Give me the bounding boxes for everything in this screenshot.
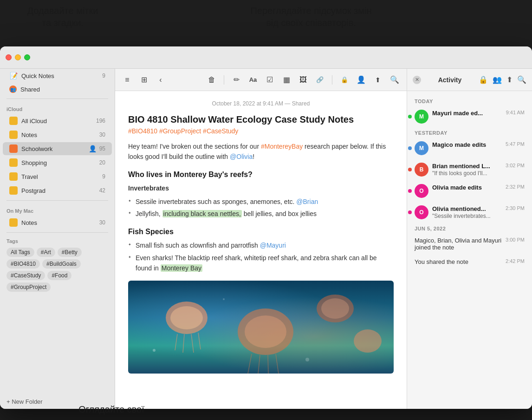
tag-groupproject[interactable]: #GroupProject [6, 282, 51, 292]
schoolwork-count: 95 [99, 145, 105, 152]
folder-icon [9, 131, 18, 139]
jun5-group: JUN 5, 2022 [407, 223, 532, 233]
folder-icon [9, 144, 18, 153]
avatar-mayuri: M [415, 110, 428, 124]
avatar-olivia-edits: O [415, 184, 428, 198]
toolbar-sep-1 [224, 75, 224, 85]
mac-label: On My Mac [0, 203, 115, 216]
search-icon[interactable]: 🔍 [517, 75, 526, 84]
activity-item-olivia-edits[interactable]: O Olivia made edits 2:32 PM [407, 180, 532, 202]
tentacle-4 [198, 333, 201, 349]
sidebar-item-shared[interactable]: 👥 Shared [3, 83, 112, 95]
shared-label: Shared [20, 86, 105, 93]
brian-time: 3:02 PM [506, 163, 525, 168]
maximize-button[interactable] [24, 54, 30, 60]
search-button[interactable]: 🔍 [388, 73, 401, 86]
compose-button[interactable]: ✏ [230, 73, 243, 86]
people-icon[interactable]: 👥 [493, 75, 502, 84]
indicator-magico [408, 146, 412, 150]
indicator-olivia-mention [408, 210, 412, 214]
activity-item-brian[interactable]: B Brian mentioned L... "If this looks go… [407, 159, 532, 180]
annotation-top-center: Переглядайте підсумок змінвід своїх спів… [223, 5, 399, 29]
table-button[interactable]: ▦ [280, 73, 293, 86]
media-button[interactable]: 🖼 [297, 73, 310, 86]
travel-count: 9 [102, 173, 105, 180]
collab-button[interactable]: 👤 [355, 73, 368, 86]
magico-name: Magico made edits [432, 141, 502, 148]
particle-1 [153, 349, 156, 352]
tentacle-8 [276, 354, 279, 374]
note-body: Hey team! I've broken out the sections f… [128, 141, 394, 374]
folder-icon [9, 218, 18, 227]
magico-activity-text: Magico made edits [432, 141, 502, 148]
jellyfish-background [128, 281, 394, 374]
list-view-button[interactable]: ≡ [121, 73, 134, 86]
checklist-button[interactable]: ☑ [263, 73, 276, 86]
activity-item-shared[interactable]: You shared the note 2:42 PM [407, 255, 532, 269]
tag-bio4810[interactable]: #BIO4810 [6, 259, 40, 269]
schoolwork-badge: 👤 [89, 145, 97, 152]
postgrad-label: Postgrad [21, 187, 96, 194]
travel-label: Travel [21, 173, 98, 180]
activity-item-mayuri[interactable]: M Mayuri made ed... 9:41 AM [407, 106, 532, 127]
note-date: October 18, 2022 at 9:41 AM — Shared [128, 100, 394, 107]
back-button[interactable]: ‹ [154, 73, 167, 86]
avatar-olivia-mention: O [415, 205, 428, 219]
mayuri-name: Mayuri made ed... [432, 110, 502, 117]
share-button[interactable]: ⬆ [371, 73, 384, 86]
lock-icon[interactable]: 🔒 [479, 75, 488, 84]
activity-item-joined[interactable]: Magico, Brian, Olivia and Mayuri joined … [407, 233, 532, 255]
tag-buildgoals[interactable]: #BuildGoals [42, 259, 81, 269]
sidebar-item-postgrad[interactable]: Postgrad 42 [3, 184, 112, 197]
tag-food[interactable]: #Food [47, 271, 71, 280]
activity-panel: ✕ Activity 🔒 👥 ⬆ 🔍 TODAY M [407, 69, 532, 409]
tag-betty[interactable]: #Betty [58, 248, 82, 257]
sidebar-item-notes-mac[interactable]: Notes 30 [3, 216, 112, 229]
brian-quote: "If this looks good I'll... [432, 170, 502, 177]
sidebar-item-shopping[interactable]: Shopping 20 [3, 156, 112, 169]
olivia-edits-text: Olivia made edits [432, 184, 502, 191]
activity-item-magico[interactable]: M Magico made edits 5:47 PM [407, 138, 532, 159]
joined-text: Magico, Brian, Olivia and Mayuri joined … [415, 237, 502, 251]
annotation-bottom: Оглядайте свої [65, 403, 158, 415]
activity-title: Activity [425, 76, 475, 84]
highlight-nettles: including black sea nettles, [162, 210, 242, 217]
grid-view-button[interactable]: ⊞ [137, 73, 150, 86]
activity-toolbar-icons: 🔒 👥 ⬆ 🔍 [479, 75, 526, 84]
jellyfish-svg [128, 281, 394, 374]
lock-button[interactable]: 🔒 [338, 73, 351, 86]
bullet-item-4: Even sharks! The blacktip reef shark, wh… [128, 253, 394, 274]
link-button[interactable]: 🔗 [313, 73, 326, 86]
tag-art[interactable]: #Art [37, 248, 55, 257]
sidebar-item-schoolwork[interactable]: Schoolwork 👤 95 [3, 142, 112, 155]
sidebar-item-quick-notes[interactable]: 📝 Quick Notes 9 [3, 69, 112, 82]
quick-notes-label: Quick Notes [21, 72, 98, 79]
today-label: TODAY [415, 98, 525, 104]
format-button[interactable]: Aa [247, 73, 260, 86]
brian-name: Brian mentioned L... [432, 163, 502, 170]
delete-button[interactable]: 🗑 [205, 73, 218, 86]
icloud-label: iCloud [0, 102, 115, 114]
main-window: 📝 Quick Notes 9 👥 Shared iCloud All iClo… [0, 46, 532, 409]
sidebar-item-notes-icloud[interactable]: Notes 30 [3, 128, 112, 141]
upload-icon[interactable]: ⬆ [506, 75, 513, 84]
all-icloud-label: All iCloud [21, 118, 92, 125]
tag-all-tags[interactable]: All Tags [6, 248, 34, 257]
notes-icloud-label: Notes [21, 131, 96, 138]
divider-2 [6, 200, 108, 201]
tag-casestudy[interactable]: #CaseStudy [6, 271, 45, 280]
shared-text-label: You shared the note [415, 258, 502, 265]
tentacle-3 [191, 334, 194, 353]
shared-text-el: You shared the note [415, 258, 502, 265]
notes-mac-count: 30 [99, 219, 105, 226]
bullet-item-2: Jellyfish, including black sea nettles, … [128, 209, 394, 219]
minimize-button[interactable] [15, 54, 21, 60]
activity-item-olivia-mention[interactable]: O Olivia mentioned... "Sessile invertebr… [407, 202, 532, 223]
activity-close-button[interactable]: ✕ [413, 76, 421, 84]
olivia-mention-time: 2:30 PM [506, 205, 525, 211]
folder-icon [9, 117, 18, 125]
close-button[interactable] [6, 54, 12, 60]
new-folder-label: + New Folder [6, 398, 43, 405]
sidebar-item-all-icloud[interactable]: All iCloud 196 [3, 114, 112, 127]
sidebar-item-travel[interactable]: Travel 9 [3, 170, 112, 183]
